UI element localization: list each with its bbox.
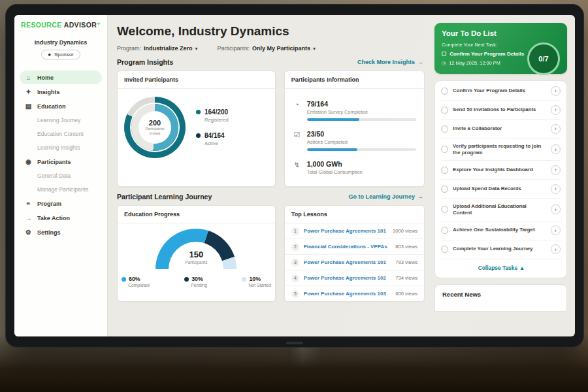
info-label: Total Global Consumption: [307, 169, 416, 175]
check-more-insights-label: Check More Insights: [357, 59, 415, 65]
legend-value: 60%: [129, 276, 140, 282]
learning-journey-cards: Education Progress 150 Participants: [117, 205, 425, 302]
invited-center-value: 200: [149, 119, 161, 127]
legend-item: 30% Pending: [184, 276, 207, 287]
participants-filter-label: Participants:: [218, 45, 250, 52]
lesson-link[interactable]: Power Purchase Agreements 102: [304, 275, 391, 281]
nav-item-icon: ≡: [25, 200, 32, 207]
task-checkbox[interactable]: [441, 186, 448, 193]
sidebar-nav-item[interactable]: ◉ Participants: [20, 155, 102, 169]
lesson-row: 5 Power Purchase Agreements 103 600 view…: [285, 286, 424, 301]
legend-label: Completed: [128, 283, 150, 287]
todo-task-item[interactable]: Send 50 Invitations to Participants ›: [441, 101, 561, 120]
chevron-right-icon[interactable]: ›: [551, 144, 561, 154]
task-checkbox[interactable]: [441, 106, 448, 114]
program-filter-dropdown[interactable]: Program: Industrialize Zero ▾: [117, 45, 198, 52]
collapse-tasks-button[interactable]: Collapse Tasks ▴: [441, 259, 561, 277]
todo-task-item[interactable]: Explore Your Insights Dashboard ›: [441, 161, 561, 180]
chevron-right-icon[interactable]: ›: [551, 184, 561, 194]
sidebar-nav-item[interactable]: ⌂ Home: [20, 71, 102, 84]
task-checkbox[interactable]: [441, 88, 448, 95]
task-label: Complete Your Learning Journey: [453, 246, 546, 252]
todo-task-item[interactable]: Upload Spend Data Records ›: [441, 180, 561, 199]
sidebar-nav-item[interactable]: Learning Insights: [20, 141, 102, 154]
learning-journey-header: Participant Learning Journey Go to Learn…: [117, 193, 423, 201]
sidebar-nav: ⌂ Home ✦ Insights ▤ Education: [14, 65, 107, 244]
legend-label: Active: [204, 140, 229, 146]
lesson-views: 793 views: [395, 259, 417, 265]
todo-task-item[interactable]: Achieve One Sustainability Target ›: [441, 221, 561, 240]
chevron-right-icon[interactable]: ›: [551, 86, 561, 96]
lesson-link[interactable]: Power Purchase Agreements 101: [304, 259, 391, 265]
todo-task-item[interactable]: Confirm Your Program Details ›: [441, 82, 561, 101]
task-checkbox[interactable]: [441, 227, 448, 234]
sidebar-nav-item[interactable]: ✦ Insights: [20, 85, 102, 99]
invited-donut: 200 Participants Invited: [124, 97, 186, 158]
chevron-right-icon[interactable]: ›: [551, 165, 561, 175]
task-label: Confirm Your Program Details: [453, 88, 546, 94]
info-row-icon: ◔: [293, 100, 301, 121]
sidebar-nav-item[interactable]: Manage Participants: [20, 183, 102, 196]
nav-item-label: Learning Insights: [37, 144, 80, 151]
nav-item-icon: ◉: [25, 158, 32, 165]
todo-task-item[interactable]: Complete Your Learning Journey ›: [441, 240, 561, 259]
todo-task-item[interactable]: Verify participants requesting to join t…: [441, 139, 561, 161]
sidebar-nav-item[interactable]: ⚙ Settings: [20, 225, 102, 239]
legend-item: 60% Completed: [122, 276, 150, 287]
info-row: ◔ 79/164 Emission Survey Completed: [291, 95, 417, 125]
lesson-views: 1000 views: [393, 228, 417, 234]
sidebar-nav-item[interactable]: Education Content: [20, 127, 102, 140]
task-checkbox[interactable]: [441, 125, 448, 133]
todo-task-item[interactable]: Invite a Collaborator ›: [441, 120, 561, 139]
chevron-right-icon[interactable]: ›: [551, 124, 561, 134]
go-to-learning-journey-link[interactable]: Go to Learning Journey →: [348, 193, 423, 200]
sponsor-icon: ●: [48, 52, 51, 57]
lesson-link[interactable]: Power Purchase Agreements 101: [304, 228, 388, 234]
invited-participants-body: 200 Participants Invited: [118, 89, 275, 166]
top-lessons-list: 1 Power Purchase Agreements 101 1000 vie…: [285, 223, 424, 301]
legend-value: 84/164: [204, 132, 225, 139]
nav-item-label: General Data: [37, 172, 71, 179]
checkbox-icon: ☐: [442, 51, 446, 57]
task-checkbox[interactable]: [441, 246, 448, 253]
lesson-row: 3 Power Purchase Agreements 101 793 view…: [285, 255, 424, 270]
chevron-right-icon[interactable]: ›: [551, 244, 561, 254]
todo-hero-card: Your To Do List Complete Your Next Task:…: [434, 23, 567, 74]
participants-filter-dropdown[interactable]: Participants: Only My Participants ▾: [218, 45, 316, 52]
legend-value: 30%: [191, 276, 203, 282]
sponsor-badge-label: Sponsor: [54, 52, 74, 57]
org-name: Industry Dynamics: [14, 33, 107, 48]
lesson-link[interactable]: Financial Considerations - VPPAs: [304, 244, 391, 250]
todo-progress-ring: 0/7: [527, 42, 560, 75]
task-checkbox[interactable]: [441, 167, 448, 174]
task-label: Explore Your Insights Dashboard: [453, 167, 546, 173]
filter-bar: Program: Industrialize Zero ▾ Participan…: [117, 45, 425, 52]
sidebar-nav-item[interactable]: ▤ Education: [20, 99, 102, 113]
info-row: ↯ 1,000 GWh Total Global Consumption: [291, 155, 417, 180]
program-insights-header: Program Insights Check More Insights →: [117, 58, 423, 66]
chevron-right-icon[interactable]: ›: [551, 225, 561, 235]
sidebar-nav-item[interactable]: ≡ Program: [20, 197, 102, 210]
todo-task-item[interactable]: Upload Additional Educational Content ›: [441, 199, 561, 221]
sidebar-nav-item[interactable]: Learning Journey: [20, 114, 102, 127]
task-checkbox[interactable]: [441, 206, 448, 213]
lesson-row: 2 Financial Considerations - VPPAs 803 v…: [285, 239, 424, 255]
task-checkbox[interactable]: [441, 146, 448, 153]
lesson-link[interactable]: Power Purchase Agreements 103: [304, 291, 391, 297]
check-more-insights-link[interactable]: Check More Insights →: [357, 59, 423, 65]
nav-item-icon: ✦: [25, 88, 32, 95]
nav-item-label: Take Action: [37, 215, 70, 221]
todo-next-task[interactable]: ☐ Confirm Your Program Details: [442, 51, 527, 57]
legend-dot: [122, 277, 126, 282]
sponsor-badge[interactable]: ● Sponsor: [41, 50, 80, 59]
chevron-right-icon[interactable]: ›: [551, 204, 561, 214]
nav-item-label: Insights: [37, 89, 60, 95]
lesson-views: 734 views: [395, 275, 417, 281]
invited-participants-title: Invited Participants: [118, 71, 275, 89]
sidebar-nav-item[interactable]: General Data: [20, 169, 102, 182]
clock-icon: ◷: [442, 60, 446, 66]
sidebar-nav-item[interactable]: → Take Action: [20, 211, 102, 225]
chevron-right-icon[interactable]: ›: [551, 105, 561, 115]
program-filter-label: Program:: [117, 45, 141, 52]
lesson-views: 600 views: [395, 291, 417, 297]
